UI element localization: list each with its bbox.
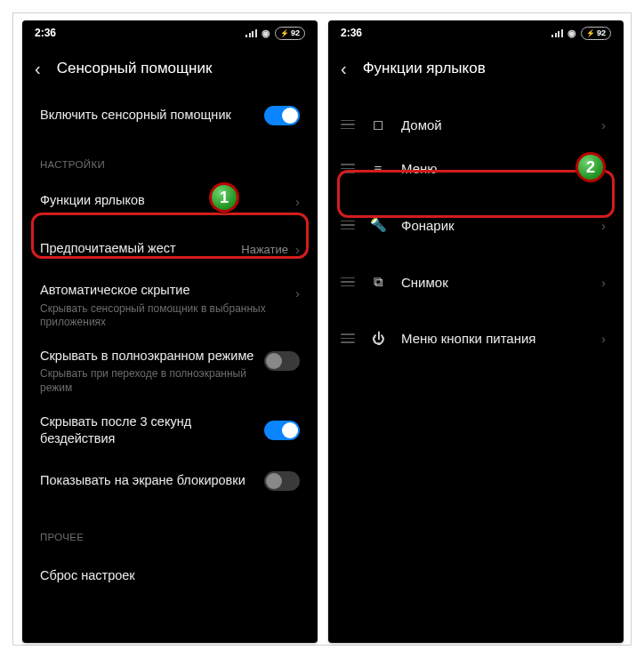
header: ‹ Сенсорный помощник: [22, 45, 318, 92]
home-icon: ◻: [369, 116, 387, 132]
phone-left: 2:36 ◉ ⚡92 ‹ Сенсорный помощник Включить…: [22, 20, 318, 643]
phone-right: 2:36 ◉ ⚡92 ‹ Функции ярлыков ◻Домой›≡Мен…: [328, 20, 624, 643]
header: ‹ Функции ярлыков: [328, 45, 624, 92]
lockscreen-toggle[interactable]: [264, 471, 300, 491]
back-button[interactable]: ‹: [35, 59, 41, 79]
gesture-label: Предпочитаемый жест: [40, 240, 241, 258]
reset-label: Сброс настроек: [40, 567, 300, 585]
shortcut-row-torch[interactable]: 🔦Фонарик›: [328, 203, 624, 247]
fullscreen-hide-row[interactable]: Скрывать в полноэкранном режиме Скрывать…: [22, 339, 318, 405]
shortcut-label: Домой: [401, 117, 587, 132]
page-title: Сенсорный помощник: [57, 60, 213, 77]
status-time: 2:36: [35, 27, 56, 39]
drag-handle-icon[interactable]: [341, 333, 355, 343]
fullscreen-hide-sub: Скрывать при переходе в полноэкранный ре…: [40, 367, 264, 395]
wifi-icon: ◉: [568, 28, 576, 39]
hide-3s-toggle[interactable]: [264, 421, 300, 440]
hide-3s-label: Скрывать после 3 секунд бездействия: [40, 413, 264, 448]
drag-handle-icon[interactable]: [341, 221, 355, 230]
chevron-right-icon: ›: [601, 275, 606, 290]
shortcut-row-home[interactable]: ◻Домой›: [328, 102, 624, 147]
status-bar: 2:36 ◉ ⚡92: [22, 20, 318, 45]
hide-3s-row[interactable]: Скрывать после 3 секунд бездействия: [22, 405, 318, 457]
chevron-right-icon: ›: [601, 218, 606, 233]
section-settings: НАСТРОЙКИ: [22, 140, 318, 177]
battery-icon: ⚡92: [581, 27, 611, 40]
shortcuts-label: Функции ярлыков: [40, 192, 295, 210]
section-other: ПРОЧЕЕ: [22, 505, 318, 550]
drag-handle-icon[interactable]: [341, 164, 355, 173]
signal-icon: [246, 28, 257, 37]
enable-assistant-toggle[interactable]: [264, 106, 300, 125]
back-button[interactable]: ‹: [341, 59, 347, 79]
power-icon: ⏻: [369, 331, 387, 346]
torch-icon: 🔦: [369, 217, 387, 233]
shortcut-label: Меню кнопки питания: [401, 331, 587, 346]
shortcut-label: Меню: [401, 161, 587, 176]
reset-row[interactable]: Сброс настроек: [22, 550, 318, 598]
page-title: Функции ярлыков: [363, 60, 486, 77]
signal-icon: [551, 28, 563, 37]
chevron-right-icon: ›: [601, 117, 606, 132]
shortcut-label: Фонарик: [401, 218, 587, 233]
fullscreen-hide-label: Скрывать в полноэкранном режиме: [40, 348, 264, 365]
shortcut-row-menu[interactable]: ≡Меню›: [328, 147, 624, 190]
chevron-right-icon: ›: [295, 194, 300, 209]
lockscreen-row[interactable]: Показывать на экране блокировки: [22, 457, 318, 505]
enable-assistant-row[interactable]: Включить сенсорный помощник: [22, 92, 318, 140]
fullscreen-hide-toggle[interactable]: [264, 351, 300, 371]
lockscreen-label: Показывать на экране блокировки: [40, 472, 264, 490]
shortcut-row-power[interactable]: ⏻Меню кнопки питания›: [328, 317, 624, 360]
autohide-label: Автоматическое скрытие: [40, 282, 295, 300]
shortcuts-row[interactable]: Функции ярлыков ›: [22, 177, 318, 225]
drag-handle-icon[interactable]: [341, 120, 355, 130]
shortcut-label: Снимок: [401, 275, 587, 290]
chevron-right-icon: ›: [601, 161, 606, 176]
wifi-icon: ◉: [262, 28, 270, 39]
status-bar: 2:36 ◉ ⚡92: [328, 20, 624, 45]
shot-icon: ⧉: [369, 274, 387, 290]
gesture-row[interactable]: Предпочитаемый жест Нажатие ›: [22, 225, 318, 273]
chevron-right-icon: ›: [295, 242, 300, 257]
enable-assistant-label: Включить сенсорный помощник: [40, 107, 264, 124]
battery-icon: ⚡92: [275, 27, 305, 40]
autohide-row[interactable]: Автоматическое скрытие Скрывать сенсорны…: [22, 273, 318, 339]
menu-icon: ≡: [369, 161, 387, 176]
chevron-right-icon: ›: [601, 331, 606, 346]
status-time: 2:36: [341, 27, 362, 39]
autohide-sub: Скрывать сенсорный помощник в выбранных …: [40, 302, 295, 330]
drag-handle-icon[interactable]: [341, 277, 355, 287]
chevron-right-icon: ›: [295, 285, 300, 301]
gesture-value: Нажатие: [241, 243, 288, 256]
shortcut-row-shot[interactable]: ⧉Снимок›: [328, 260, 624, 304]
